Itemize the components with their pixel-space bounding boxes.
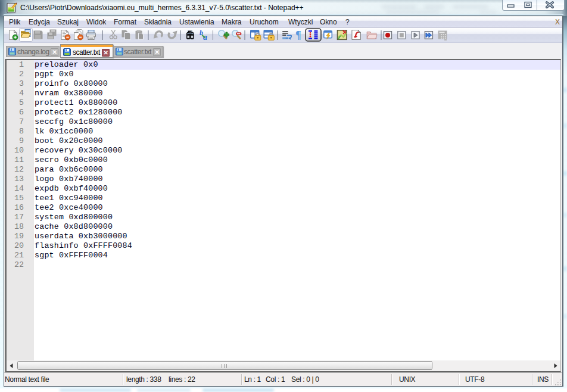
svg-text:¶: ¶ (295, 29, 301, 41)
